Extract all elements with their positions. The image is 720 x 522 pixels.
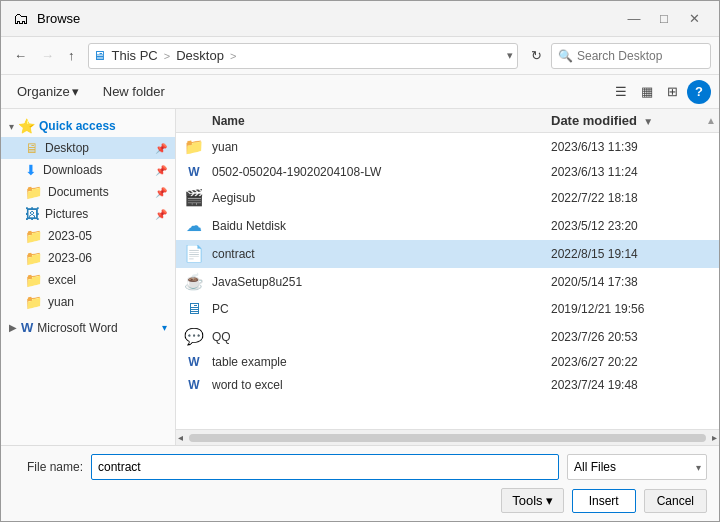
bottom-bar: File name: All Files Word Documents PDF … xyxy=(1,445,719,521)
sidebar-label-2023-06: 2023-06 xyxy=(48,251,167,265)
back-button[interactable]: ← xyxy=(9,45,32,66)
file-row[interactable]: 📁 yuan 2023/6/13 11:39 xyxy=(176,133,719,161)
sidebar-label-pictures: Pictures xyxy=(45,207,149,221)
new-folder-button[interactable]: New folder xyxy=(95,81,173,102)
help-button[interactable]: ? xyxy=(687,80,711,104)
quick-access-section: ▾ ⭐ Quick access 🖥 Desktop 📌 ⬇ Downloads… xyxy=(1,113,175,315)
file-icon-word-excel: W xyxy=(184,378,204,392)
quick-access-icon: ⭐ xyxy=(18,118,35,134)
pin-icon-desktop: 📌 xyxy=(155,143,167,154)
address-dropdown-button[interactable]: ▾ xyxy=(507,49,513,62)
hscroll-left-arrow[interactable]: ◂ xyxy=(176,432,185,443)
crumb-desktop[interactable]: Desktop xyxy=(172,47,228,64)
file-name: 0502-050204-19020204108-LW xyxy=(212,165,551,179)
tools-label: Tools xyxy=(512,493,542,508)
file-row[interactable]: W table example 2023/6/27 20:22 xyxy=(176,351,719,374)
file-icon-table: W xyxy=(184,355,204,369)
file-row[interactable]: ☕ JavaSetup8u251 2020/5/14 17:38 xyxy=(176,268,719,296)
folder-2023-05-icon: 📁 xyxy=(25,228,42,244)
crumb-thispc[interactable]: This PC xyxy=(108,47,162,64)
file-row[interactable]: ☁ Baidu Netdisk 2023/5/12 23:20 xyxy=(176,212,719,240)
microsoft-word-section: ▶ W Microsoft Word ▾ xyxy=(1,315,175,340)
file-header: Name Date modified ▼ ▲ xyxy=(176,109,719,133)
expand-icon: ▾ xyxy=(162,322,167,333)
search-box[interactable]: 🔍 xyxy=(551,43,711,69)
address-bar[interactable]: 🖥 This PC > Desktop > ▾ xyxy=(88,43,519,69)
file-name: PC xyxy=(212,302,551,316)
window-controls: — □ ✕ xyxy=(621,8,707,30)
sort-icon: ▼ xyxy=(643,116,653,127)
microsoft-word-icon: W xyxy=(21,320,33,335)
sidebar-item-documents[interactable]: 📁 Documents 📌 xyxy=(1,181,175,203)
folder-2023-06-icon: 📁 xyxy=(25,250,42,266)
insert-button[interactable]: Insert xyxy=(572,489,636,513)
file-icon-aegisub: 🎬 xyxy=(184,188,204,207)
crumb-sep1: > xyxy=(164,50,170,62)
search-icon: 🔍 xyxy=(558,49,573,63)
forward-button[interactable]: → xyxy=(36,45,59,66)
file-icon-qq: 💬 xyxy=(184,327,204,346)
view-list-button[interactable]: ☰ xyxy=(610,81,632,102)
file-name: yuan xyxy=(212,140,551,154)
hscroll-track[interactable] xyxy=(189,434,706,442)
sidebar: ▾ ⭐ Quick access 🖥 Desktop 📌 ⬇ Downloads… xyxy=(1,109,176,445)
hscroll-right-arrow[interactable]: ▸ xyxy=(710,432,719,443)
view-large-button[interactable]: ⊞ xyxy=(662,81,683,102)
filename-input[interactable] xyxy=(91,454,559,480)
file-date: 2023/6/27 20:22 xyxy=(551,355,711,369)
refresh-button[interactable]: ↻ xyxy=(526,45,547,66)
file-row-contract[interactable]: 📄 contract 2022/8/15 19:14 xyxy=(176,240,719,268)
sidebar-item-desktop[interactable]: 🖥 Desktop 📌 xyxy=(1,137,175,159)
microsoft-word-label: Microsoft Word xyxy=(37,321,158,335)
title-bar: 🗂 Browse — □ ✕ xyxy=(1,1,719,37)
file-name: Baidu Netdisk xyxy=(212,219,551,233)
file-row[interactable]: 🎬 Aegisub 2022/7/22 18:18 xyxy=(176,184,719,212)
sidebar-item-downloads[interactable]: ⬇ Downloads 📌 xyxy=(1,159,175,181)
horizontal-scrollbar[interactable]: ◂ ▸ xyxy=(176,429,719,445)
scroll-up-button[interactable]: ▲ xyxy=(703,109,719,132)
sidebar-item-excel[interactable]: 📁 excel xyxy=(1,269,175,291)
file-name: table example xyxy=(212,355,551,369)
filetype-select[interactable]: All Files Word Documents PDF Files Excel… xyxy=(567,454,707,480)
pin-icon-documents: 📌 xyxy=(155,187,167,198)
sidebar-label-2023-05: 2023-05 xyxy=(48,229,167,243)
filetype-wrapper: All Files Word Documents PDF Files Excel… xyxy=(567,454,707,480)
file-date: 2022/7/22 18:18 xyxy=(551,191,711,205)
microsoft-word-header[interactable]: ▶ W Microsoft Word ▾ xyxy=(1,317,175,338)
file-date: 2023/6/13 11:39 xyxy=(551,140,711,154)
sidebar-label-downloads: Downloads xyxy=(43,163,149,177)
organize-label: Organize xyxy=(17,84,70,99)
file-row[interactable]: W word to excel 2023/7/24 19:48 xyxy=(176,374,719,397)
sidebar-item-2023-06[interactable]: 📁 2023-06 xyxy=(1,247,175,269)
organize-button[interactable]: Organize ▾ xyxy=(9,81,87,102)
file-row[interactable]: 💬 QQ 2023/7/26 20:53 xyxy=(176,323,719,351)
file-icon-pc: 🖥 xyxy=(184,300,204,318)
minimize-button[interactable]: — xyxy=(621,8,647,30)
quick-access-header[interactable]: ▾ ⭐ Quick access xyxy=(1,115,175,137)
filename-label: File name: xyxy=(13,460,83,474)
organize-chevron: ▾ xyxy=(72,84,79,99)
file-icon-baidu: ☁ xyxy=(184,216,204,235)
filename-row: File name: All Files Word Documents PDF … xyxy=(13,454,707,480)
pin-icon-downloads: 📌 xyxy=(155,165,167,176)
button-row: Tools ▾ Insert Cancel xyxy=(13,488,707,513)
nav-toolbar: ← → ↑ 🖥 This PC > Desktop > ▾ ↻ 🔍 xyxy=(1,37,719,75)
cancel-button[interactable]: Cancel xyxy=(644,489,707,513)
file-row[interactable]: W 0502-050204-19020204108-LW 2023/6/13 1… xyxy=(176,161,719,184)
crumb-sep2: > xyxy=(230,50,236,62)
up-button[interactable]: ↑ xyxy=(63,45,80,66)
pin-icon-pictures: 📌 xyxy=(155,209,167,220)
file-date: 2019/12/21 19:56 xyxy=(551,302,711,316)
sidebar-item-yuan[interactable]: 📁 yuan xyxy=(1,291,175,313)
sidebar-item-2023-05[interactable]: 📁 2023-05 xyxy=(1,225,175,247)
file-row[interactable]: 🖥 PC 2019/12/21 19:56 xyxy=(176,296,719,323)
close-button[interactable]: ✕ xyxy=(681,8,707,30)
tools-button[interactable]: Tools ▾ xyxy=(501,488,563,513)
view-tiles-button[interactable]: ▦ xyxy=(636,81,658,102)
col-name-header[interactable]: Name xyxy=(212,114,551,128)
sidebar-item-pictures[interactable]: 🖼 Pictures 📌 xyxy=(1,203,175,225)
search-input[interactable] xyxy=(577,49,704,63)
chevron-right-icon: ▶ xyxy=(9,322,17,333)
col-date-header[interactable]: Date modified ▼ xyxy=(551,113,711,128)
maximize-button[interactable]: □ xyxy=(651,8,677,30)
